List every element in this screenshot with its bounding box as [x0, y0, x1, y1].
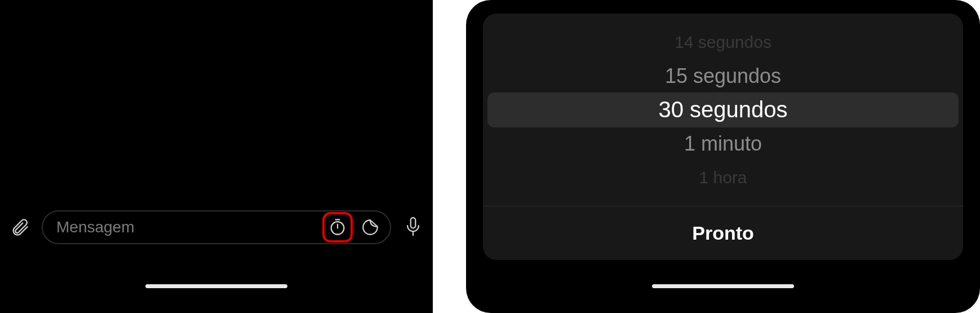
home-indicator: [652, 284, 794, 288]
voice-message-button[interactable]: [401, 215, 425, 239]
mic-icon: [403, 216, 423, 239]
chat-screen: Mensagem: [0, 0, 433, 313]
picker-option[interactable]: 1 minuto: [483, 127, 963, 161]
sticker-button[interactable]: [358, 215, 382, 239]
self-destruct-timer-button[interactable]: [322, 212, 353, 243]
picker-option-selected[interactable]: 30 segundos: [483, 93, 963, 127]
timer-picker-screen: 14 segundos 15 segundos 30 segundos 1 mi…: [466, 0, 980, 313]
picker-option-label: 14 segundos: [675, 33, 771, 52]
picker-option-label: 1 hora: [699, 168, 747, 187]
picker-option[interactable]: 14 segundos: [483, 25, 963, 59]
picker-option-label: 15 segundos: [665, 64, 781, 88]
screenshot-divider: [433, 0, 466, 313]
picker-option-label: 1 minuto: [684, 132, 762, 156]
message-input-bar: Mensagem: [8, 210, 425, 244]
message-field[interactable]: Mensagem: [42, 210, 391, 244]
sticker-icon: [361, 218, 380, 237]
done-button[interactable]: Pronto: [483, 206, 963, 260]
done-label: Pronto: [692, 222, 754, 244]
picker-sheet: 14 segundos 15 segundos 30 segundos 1 mi…: [483, 14, 963, 260]
picker-wheel[interactable]: 14 segundos 15 segundos 30 segundos 1 mi…: [483, 14, 963, 206]
timer-icon: [328, 218, 347, 237]
picker-option-label: 30 segundos: [658, 97, 787, 122]
picker-option[interactable]: 1 hora: [483, 161, 963, 195]
home-indicator: [145, 284, 287, 288]
svg-rect-3: [411, 218, 416, 228]
paperclip-icon: [10, 217, 30, 237]
attach-button[interactable]: [8, 215, 32, 239]
picker-option[interactable]: 15 segundos: [483, 59, 963, 93]
message-placeholder: Mensagem: [56, 218, 317, 236]
